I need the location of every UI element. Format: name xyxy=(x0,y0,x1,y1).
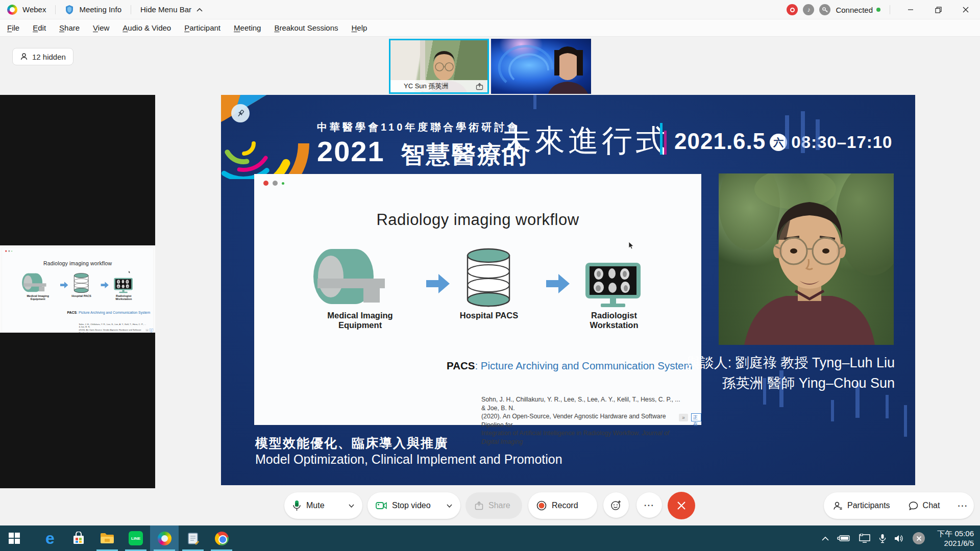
filmstrip-panel-top xyxy=(0,95,155,245)
taskbar-notepad[interactable] xyxy=(179,525,207,551)
step-label-1: Medical Imaging Equipment xyxy=(19,294,57,301)
participant-video-woman xyxy=(491,39,591,94)
menu-help[interactable]: Help xyxy=(352,23,368,32)
menu-audio-video[interactable]: Audio & Video xyxy=(122,23,171,32)
menu-view[interactable]: View xyxy=(93,23,109,32)
record-button[interactable]: Record xyxy=(528,492,597,519)
participants-icon xyxy=(833,501,843,511)
battery-charging-icon[interactable] xyxy=(837,535,850,542)
edge-icon: e xyxy=(45,532,55,545)
conference-date: 2021.6.5 xyxy=(674,129,766,154)
meeting-info-button[interactable]: Meeting Info xyxy=(79,5,121,14)
pin-slide-button[interactable] xyxy=(231,104,250,122)
menu-breakout-sessions[interactable]: Breakout Sessions xyxy=(274,23,338,32)
clock-time: 下午 05:06 xyxy=(937,529,974,538)
participants-button[interactable]: Participants xyxy=(824,492,899,519)
video-thumbnail-active-speaker[interactable]: YC Sun 孫英洲 xyxy=(389,39,489,94)
video-thumbnail-participant[interactable] xyxy=(491,39,591,94)
next-page-button[interactable]: » xyxy=(145,329,149,332)
lock-key-icon[interactable] xyxy=(819,4,830,15)
hidden-count-label: 12 hidden xyxy=(32,53,66,61)
taskbar-file-explorer[interactable] xyxy=(93,525,121,551)
muted-status-icon[interactable] xyxy=(913,532,925,544)
chat-bubble-icon xyxy=(909,501,918,511)
menu-edit[interactable]: Edit xyxy=(33,23,46,32)
more-options-button[interactable]: ⋯ xyxy=(636,492,662,518)
menu-meeting[interactable]: Meeting xyxy=(234,23,261,32)
speaker-video-panel[interactable] xyxy=(719,173,894,345)
start-button[interactable] xyxy=(0,525,29,551)
reactions-button[interactable] xyxy=(603,492,629,518)
sharing-indicator-badge: 正在 xyxy=(691,413,701,421)
deco-bar xyxy=(816,119,820,150)
ct-scanner-icon xyxy=(21,273,48,293)
smiley-plus-icon xyxy=(610,499,622,511)
deco-bar xyxy=(785,115,789,149)
app-name: Webex xyxy=(22,5,46,14)
divider xyxy=(890,5,890,14)
minimize-button[interactable] xyxy=(899,0,922,19)
citation-block: Sohn, J. H., Chillakuru, Y. R., Lee, S.,… xyxy=(481,395,680,446)
taskbar-clock[interactable]: 下午 05:06 2021/6/5 xyxy=(933,529,974,548)
record-icon xyxy=(536,500,547,511)
mac-close-dot-icon xyxy=(5,250,7,252)
menu-participant[interactable]: Participant xyxy=(184,23,220,32)
ct-scanner-icon xyxy=(310,248,391,308)
taskbar-store[interactable] xyxy=(64,525,93,551)
mute-button[interactable]: Mute xyxy=(284,492,362,519)
mac-minimize-dot-icon xyxy=(8,250,10,252)
display-icon[interactable] xyxy=(859,534,871,543)
tray-microphone-icon[interactable] xyxy=(879,534,886,543)
citation-line-2: (2020). An Open-Source, Vender Agnostic … xyxy=(79,329,146,333)
speaker-icon[interactable] xyxy=(894,534,904,543)
step-label-1: Medical Imaging Equipment xyxy=(305,311,415,330)
music-mode-icon[interactable]: ♪ xyxy=(803,4,814,15)
slide-thumbnail[interactable]: Radiology imaging workflow Medical Imagi… xyxy=(0,245,155,333)
banner-accent-bar xyxy=(660,123,663,155)
mac-close-dot-icon xyxy=(263,181,268,186)
stop-video-button[interactable]: Stop video xyxy=(368,492,460,519)
slide-title: Radiology imaging workflow xyxy=(254,211,701,229)
chevron-up-icon[interactable] xyxy=(197,8,203,12)
more-panels-button[interactable]: ⋯ xyxy=(949,499,976,512)
menu-file[interactable]: File xyxy=(7,23,19,32)
pacs-definition: : Picture Archiving and Communication Sy… xyxy=(475,360,692,371)
workstation-monitor-icon xyxy=(584,262,642,309)
next-page-button[interactable]: » xyxy=(679,414,688,421)
slide-title: Radiology imaging workflow xyxy=(2,260,153,266)
chevron-down-icon[interactable] xyxy=(447,504,452,508)
citation-block: Sohn, J. H., Chillakuru, Y. R., Lee, S.,… xyxy=(79,323,146,333)
chevron-down-icon[interactable] xyxy=(349,504,354,508)
workstation-monitor-icon xyxy=(114,278,133,293)
shared-slide-card: Radiology imaging workflow Medical Imagi… xyxy=(254,174,701,425)
hidden-participants-badge[interactable]: 12 hidden xyxy=(12,48,74,65)
deco-bar xyxy=(886,395,889,418)
shared-content-stage: 中華醫學會110年度聯合學術研討會 2021 智慧醫療的 未來進行式 2021.… xyxy=(221,95,915,485)
taskbar-edge[interactable]: e xyxy=(36,525,64,551)
taskbar-line[interactable]: LINE xyxy=(121,525,150,551)
tray-chevron-up-icon[interactable] xyxy=(822,536,829,541)
hide-menu-bar-button[interactable]: Hide Menu Bar xyxy=(140,5,191,14)
windows-taskbar: e LINE 下午 05:06 2021/6/5 xyxy=(0,525,980,551)
pacs-definition-line: PACS: Picture Archiving and Communicatio… xyxy=(67,311,150,315)
leave-meeting-button[interactable] xyxy=(668,492,695,519)
mac-zoom-dot-icon xyxy=(11,251,12,252)
taskbar-chrome[interactable] xyxy=(207,525,236,551)
participant-name: YC Sun 孫英洲 xyxy=(404,82,448,91)
close-button[interactable] xyxy=(954,0,977,19)
panelist-line-1: 與談人: 劉庭祿 教授 Tyng–Luh Liu xyxy=(687,353,895,373)
panelist-line-2: 孫英洲 醫師 Ying–Chou Sun xyxy=(687,373,895,393)
pushpin-icon xyxy=(236,109,245,118)
maximize-button[interactable] xyxy=(927,0,949,19)
share-arrow-icon[interactable] xyxy=(476,83,483,90)
taskbar-webex-active[interactable] xyxy=(150,525,179,551)
citation-line-2: (2020). An Open-Source, Vender Agnostic … xyxy=(481,412,680,429)
chat-button[interactable]: Chat xyxy=(899,492,949,519)
chrome-icon xyxy=(215,532,229,545)
menu-share[interactable]: Share xyxy=(59,23,80,32)
webex-app-icon xyxy=(158,532,172,545)
conference-datetime: 2021.6.5 六 08:30–17:10 xyxy=(674,129,892,154)
line-app-icon: LINE xyxy=(129,531,143,545)
step-label-2: Hospital PACS xyxy=(68,294,94,297)
share-button: Share xyxy=(465,492,522,519)
